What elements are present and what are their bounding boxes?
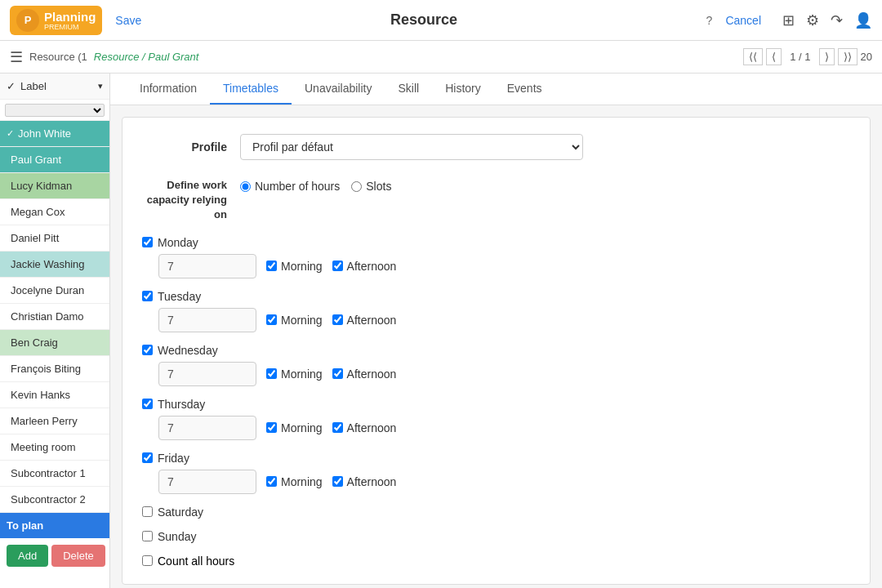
day-checkbox-wednesday[interactable] (142, 345, 153, 355)
day-hours-thursday[interactable] (158, 416, 256, 440)
tab-skill[interactable]: Skill (385, 74, 432, 105)
sidebar-item[interactable]: Kevin Hanks (0, 382, 109, 408)
save-button[interactable]: Save (115, 14, 141, 27)
next-button[interactable]: ⟩ (819, 48, 835, 65)
day-header-monday: Monday (142, 236, 850, 249)
count-hours-checkbox[interactable] (142, 555, 153, 566)
day-checkbox-saturday[interactable] (142, 506, 153, 517)
hamburger-icon[interactable]: ☰ (10, 48, 23, 66)
sidebar-item[interactable]: Daniel Pitt (0, 225, 109, 252)
afternoon-checkbox-friday[interactable] (332, 476, 343, 487)
radio-slots-text: Slots (366, 180, 391, 193)
morning-label-thursday[interactable]: Morning (266, 421, 323, 434)
tab-unavailability[interactable]: Unavailability (292, 74, 385, 105)
afternoon-checkbox-wednesday[interactable] (332, 368, 343, 379)
cancel-button[interactable]: Cancel (725, 14, 761, 27)
sidebar-item-name: Kevin Hanks (11, 389, 70, 401)
afternoon-checkbox-thursday[interactable] (332, 422, 343, 433)
day-hours-tuesday[interactable] (158, 308, 256, 332)
check-icon: ✓ (7, 128, 14, 139)
sidebar-item-name: Subcontractor 2 (11, 493, 86, 506)
sidebar-item-name: Ben Craig (11, 336, 58, 349)
morning-checkbox-thursday[interactable] (266, 422, 277, 433)
sidebar-item[interactable]: Christian Damo (0, 304, 109, 330)
prev-button[interactable]: ⟨ (766, 48, 782, 65)
day-checkbox-monday[interactable] (142, 237, 153, 247)
morning-label-tuesday[interactable]: Morning (266, 314, 323, 327)
sidebar-item[interactable]: Jocelyne Duran (0, 278, 109, 304)
day-name-sunday: Sunday (158, 530, 196, 543)
define-label: Define work capacity relying on (142, 176, 240, 223)
afternoon-checkbox-tuesday[interactable] (332, 314, 343, 325)
morning-checkbox-wednesday[interactable] (266, 368, 277, 379)
afternoon-label-friday[interactable]: Afternoon (332, 475, 397, 488)
sidebar-item-name: Daniel Pitt (11, 232, 59, 244)
radio-hours-label[interactable]: Number of hours (240, 180, 340, 193)
stack-icon[interactable]: ⊞ (782, 11, 795, 29)
redo-icon[interactable]: ↷ (831, 11, 843, 29)
pagination: ⟨⟨ ⟨ 1 / 1 ⟩ ⟩⟩ 20 (743, 48, 872, 65)
morning-checkbox-tuesday[interactable] (266, 314, 277, 325)
sidebar-item-name: Meeting room (11, 441, 75, 453)
morning-checkbox-monday[interactable] (266, 261, 277, 271)
logo-icon: P (16, 9, 39, 32)
sidebar-item[interactable]: François Biting (0, 356, 109, 382)
sidebar-dropdown-arrow[interactable]: ▾ (98, 81, 103, 91)
next-last-button[interactable]: ⟩⟩ (838, 48, 858, 65)
day-row-wednesday: Wednesday Morning Afternoon (142, 344, 850, 386)
radio-slots-input[interactable] (351, 181, 362, 192)
tab-history[interactable]: History (432, 74, 494, 105)
day-checkbox-friday[interactable] (142, 452, 153, 463)
prev-first-button[interactable]: ⟨⟨ (743, 48, 763, 65)
gear-icon[interactable]: ⚙ (806, 11, 819, 29)
logo-premium: PREMIUM (44, 24, 96, 31)
day-name-monday: Monday (158, 236, 198, 249)
sidebar-item[interactable]: Lucy Kidman (0, 173, 109, 199)
morning-text-friday: Morning (281, 475, 323, 488)
form-card: Profile Profil par défaut Define work ca… (122, 117, 871, 585)
day-hours-monday[interactable] (158, 254, 256, 278)
day-checkbox-thursday[interactable] (142, 399, 153, 409)
sidebar-item[interactable]: Meeting room (0, 434, 109, 461)
afternoon-label-tuesday[interactable]: Afternoon (332, 314, 397, 327)
day-checkbox-sunday[interactable] (142, 531, 153, 541)
delete-button[interactable]: Delete (51, 545, 105, 567)
day-hours-friday[interactable] (158, 470, 256, 494)
to-plan-row[interactable]: To plan (0, 513, 109, 538)
count-hours-row: Count all hours (142, 555, 850, 568)
help-button[interactable]: ? (706, 14, 713, 27)
day-checkbox-tuesday[interactable] (142, 291, 153, 301)
define-options: Number of hours Slots (240, 176, 391, 193)
sidebar-item[interactable]: ✓ John White (0, 121, 109, 147)
afternoon-checkbox-monday[interactable] (332, 261, 343, 271)
morning-checkbox-friday[interactable] (266, 476, 277, 487)
sidebar-items-container: ✓ John White Paul Grant Lucy Kidman Mega… (0, 121, 109, 513)
add-button[interactable]: Add (7, 545, 48, 567)
tab-information[interactable]: Information (127, 74, 210, 105)
morning-label-monday[interactable]: Morning (266, 260, 323, 273)
radio-hours-input[interactable] (240, 181, 251, 192)
sidebar-item[interactable]: Subcontractor 2 (0, 487, 109, 513)
morning-label-friday[interactable]: Morning (266, 475, 323, 488)
day-hours-wednesday[interactable] (158, 362, 256, 386)
day-name-thursday: Thursday (158, 398, 205, 411)
tab-events[interactable]: Events (494, 74, 555, 105)
sidebar-item[interactable]: Marleen Perry (0, 408, 109, 434)
afternoon-label-wednesday[interactable]: Afternoon (332, 368, 397, 381)
sidebar-item[interactable]: Megan Cox (0, 199, 109, 225)
page-number: 1 / 1 (785, 49, 815, 65)
label-filter-select[interactable] (5, 104, 105, 117)
sidebar-item[interactable]: Subcontractor 1 (0, 461, 109, 487)
radio-slots-label[interactable]: Slots (351, 180, 391, 193)
sidebar-item[interactable]: Paul Grant (0, 147, 109, 173)
afternoon-text-thursday: Afternoon (347, 421, 397, 434)
afternoon-label-thursday[interactable]: Afternoon (332, 421, 397, 434)
sidebar-item[interactable]: Ben Craig (0, 330, 109, 356)
afternoon-label-monday[interactable]: Afternoon (332, 260, 397, 273)
morning-label-wednesday[interactable]: Morning (266, 368, 323, 381)
profile-select[interactable]: Profil par défaut (240, 134, 583, 160)
sidebar-item[interactable]: Jackie Washing (0, 252, 109, 278)
sidebar-filter-dropdown[interactable] (0, 100, 109, 121)
user-icon[interactable]: 👤 (854, 11, 872, 29)
tab-timetables[interactable]: Timetables (210, 74, 292, 105)
